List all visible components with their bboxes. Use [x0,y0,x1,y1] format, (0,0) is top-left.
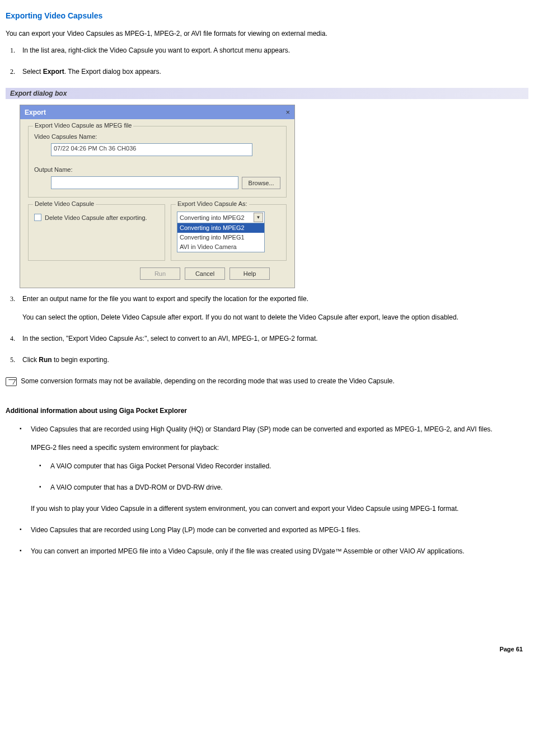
dialog-title-text: Export [25,109,46,116]
browse-button[interactable]: Browse... [242,177,280,189]
delete-after-export-checkbox[interactable] [34,214,41,221]
close-icon[interactable]: × [285,108,290,116]
group-export-mpeg: Export Video Capsule as MPEG file Video … [28,126,287,198]
output-name-input[interactable] [51,176,238,189]
bullet-2: Video Capsules that are recorded using L… [17,525,528,535]
cancel-button[interactable]: Cancel [185,267,225,280]
note-paragraph: Some conversion formats may not be avail… [6,376,528,386]
bullet-1-inner-1: A VAIO computer that has Giga Pocket Per… [36,461,528,471]
page-number: Page 61 [6,646,528,652]
bullet-3: You can convert an imported MPEG file in… [17,546,528,556]
chevron-down-icon[interactable]: ▼ [254,213,263,222]
combo-option-avi[interactable]: AVI in Video Camera [177,242,264,252]
bullet-1-sub2: If you wish to play your Video Capsule i… [31,504,528,514]
dialog-titlebar[interactable]: Export × [20,105,294,119]
delete-after-export-label: Delete Video Capsule after exporting. [45,214,147,221]
step-1: In the list area, right-click the Video … [17,45,528,55]
group-delete-capsule: Delete Video Capsule Delete Video Capsul… [28,204,165,261]
group-export-as: Export Video Capsule As: Converting into… [171,204,287,261]
figure-caption: Export dialog box [6,88,528,99]
combo-option-mpeg1[interactable]: Converting into MPEG1 [177,233,264,242]
combo-options-list: Converting into MPEG2 Converting into MP… [177,223,264,252]
bullet-1: Video Capsules that are recorded using H… [17,424,528,514]
step-3-note: You can select the option, Delete Video … [22,312,528,322]
group-delete-legend: Delete Video Capsule [33,200,96,207]
export-dialog: Export × Export Video Capsule as MPEG fi… [20,105,295,288]
bullet-1-sub1: MPEG-2 files need a specific system envi… [31,443,528,453]
bullet-1-inner-2: A VAIO computer that has a DVD-ROM or DV… [36,482,528,492]
label-output-name: Output Name: [34,166,280,173]
capsule-name-input[interactable]: 07/22 04:26 PM Ch 36 CH036 [51,143,252,156]
additional-info-heading: Additional information about using Giga … [6,406,528,416]
step-5: Click Run to begin exporting. [17,355,528,365]
group-export-mpeg-legend: Export Video Capsule as MPEG file [33,122,133,129]
label-capsule-name: Video Capsules Name: [34,133,280,140]
export-format-dropdown[interactable]: Converting into MPEG2 ▼ Converting into … [177,212,265,252]
help-button[interactable]: Help [229,267,270,280]
run-button[interactable]: Run [140,267,180,280]
note-icon [6,377,17,386]
step-4: In the section, "Export Video Capsule As… [17,334,528,344]
group-export-as-legend: Export Video Capsule As: [176,200,249,207]
intro-paragraph: You can export your Video Capsules as MP… [6,29,528,39]
combo-option-mpeg2[interactable]: Converting into MPEG2 [177,223,264,233]
step-2: Select Export. The Export dialog box app… [17,67,528,77]
step-3: Enter an output name for the file you wa… [17,294,528,322]
combo-selected-text: Converting into MPEG2 [180,214,245,221]
page-heading: Exporting Video Capsules [6,11,528,20]
